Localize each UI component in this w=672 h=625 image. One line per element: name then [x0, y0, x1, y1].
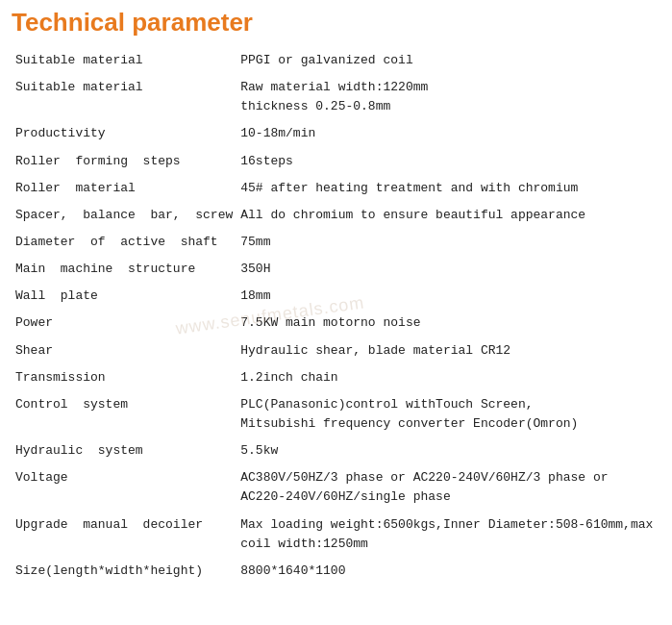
param-value-cell: 16steps [236, 148, 660, 175]
table-row: Transmission1.2inch chain [12, 364, 660, 391]
parameters-table: Suitable materialPPGI or galvanized coil… [12, 47, 660, 585]
param-name-cell: Main machine structure [12, 256, 236, 283]
table-row: Main machine structure350H [12, 256, 660, 283]
table-row: Wall plate18mm [12, 283, 660, 310]
table-row: VoltageAC380V/50HZ/3 phase or AC220-240V… [12, 464, 660, 511]
table-row: Hydraulic system5.5kw [12, 438, 660, 464]
param-name-cell: Voltage [12, 464, 236, 511]
table-row: ShearHydraulic shear, blade material CR1… [12, 338, 660, 364]
table-row: Size(length*width*height)8800*1640*1100 [12, 558, 660, 585]
param-name-cell: Control system [12, 391, 236, 438]
table-row: Suitable materialRaw material width:1220… [12, 74, 660, 120]
table-row: Productivity10-18m/min [12, 120, 660, 147]
param-name-cell: Roller material [12, 175, 236, 202]
param-name-cell: Roller forming steps [12, 148, 236, 175]
param-value-cell: All do chromium to ensure beautiful appe… [236, 202, 660, 229]
param-name-cell: Diameter of active shaft [12, 229, 236, 256]
param-value-cell: PPGI or galvanized coil [236, 47, 660, 74]
param-name-cell: Suitable material [12, 74, 236, 120]
param-name-cell: Power [12, 310, 236, 337]
table-row: Upgrade manual decoilerMax loading weigh… [12, 512, 660, 558]
param-value-cell: 45# after heating treatment and with chr… [236, 175, 660, 202]
param-value-cell: AC380V/50HZ/3 phase or AC220-240V/60HZ/3… [236, 464, 660, 511]
param-name-cell: Size(length*width*height) [12, 558, 236, 585]
table-row: Suitable materialPPGI or galvanized coil [12, 47, 660, 74]
param-name-cell: Upgrade manual decoiler [12, 512, 236, 558]
param-value-cell: 75mm [236, 229, 660, 256]
table-row: Power7.5KW main motorno noise [12, 310, 660, 337]
param-name-cell: Wall plate [12, 283, 236, 310]
page-container: www.senufmetals.com Technical parameter … [12, 8, 660, 585]
param-value-cell: 350H [236, 256, 660, 283]
param-value-cell: Raw material width:1220mmthickness 0.25-… [236, 74, 660, 120]
param-name-cell: Transmission [12, 364, 236, 391]
table-row: Roller material45# after heating treatme… [12, 175, 660, 202]
param-value-cell: Hydraulic shear, blade material CR12 [236, 338, 660, 364]
table-row: Control systemPLC(Panasonic)control with… [12, 391, 660, 438]
param-value-cell: 10-18m/min [236, 120, 660, 147]
page-title: Technical parameter [12, 8, 660, 38]
param-name-cell: Shear [12, 338, 236, 364]
param-name-cell: Productivity [12, 120, 236, 147]
table-row: Roller forming steps16steps [12, 148, 660, 175]
param-value-cell: PLC(Panasonic)control withTouch Screen,M… [236, 391, 660, 438]
param-value-cell: 1.2inch chain [236, 364, 660, 391]
param-name-cell: Suitable material [12, 47, 236, 74]
table-row: Diameter of active shaft75mm [12, 229, 660, 256]
param-value-cell: 7.5KW main motorno noise [236, 310, 660, 337]
param-name-cell: Spacer, balance bar, screw [12, 202, 236, 229]
table-row: Spacer, balance bar, screwAll do chromiu… [12, 202, 660, 229]
param-name-cell: Hydraulic system [12, 438, 236, 464]
param-value-cell: 8800*1640*1100 [236, 558, 660, 585]
param-value-cell: Max loading weight:6500kgs,Inner Diamete… [236, 512, 660, 558]
param-value-cell: 5.5kw [236, 438, 660, 464]
param-value-cell: 18mm [236, 283, 660, 310]
